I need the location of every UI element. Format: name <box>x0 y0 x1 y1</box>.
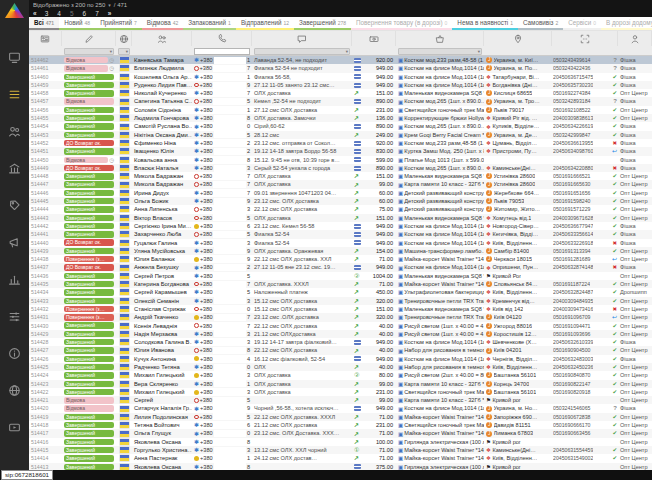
order-row[interactable]: 514430ЗавершенийКсенія Леваднія+380722.1… <box>29 322 652 330</box>
pagination-page-7[interactable]: 7 <box>95 10 99 17</box>
order-row[interactable]: 514439ЗавершенийУляна Мусійовська✱+3809О… <box>29 247 652 255</box>
order-status-cell: Завершений <box>62 429 116 437</box>
order-row[interactable]: 514458ЗавершенийНиколай Кучеренко✱+3807О… <box>29 89 652 97</box>
order-row[interactable]: 514419ЗавершенийЛилия Подолинская+380522… <box>29 413 652 421</box>
pagination-page-4[interactable]: 4 <box>57 10 61 17</box>
order-row[interactable]: 514452ДО Возврат ок.Єфименко Ніна✱+38022… <box>29 139 652 147</box>
filter-dropdown-comment[interactable]: ▾ <box>254 48 350 55</box>
order-row[interactable]: 514437ДО Возврат ок.Анжела Безушку✱+3802… <box>29 263 652 271</box>
tab-відправлений[interactable]: Відправлений12 <box>236 17 294 30</box>
order-row[interactable]: 514428ЗавершенийСолодкова Галина В…✱+380… <box>29 338 652 346</box>
column-header-payment[interactable] <box>352 31 396 46</box>
tab-самовивіз[interactable]: Самовивіз2 <box>518 17 563 30</box>
column-header-products[interactable] <box>396 31 484 46</box>
order-row[interactable]: 514421ВідмоваСергей+3805↗99.00▣Карта пам… <box>29 396 652 404</box>
order-row[interactable]: 514449ДО Возврат ок.Власюк Наталья✱+3803… <box>29 164 652 172</box>
order-row[interactable]: 514444ЗавершенийАнна Липенська+380322.12… <box>29 205 652 213</box>
order-row[interactable]: 514442ЗавершенийСергієнко Ірина Ми…+3806… <box>29 222 652 230</box>
tab-всі[interactable]: Всі471 <box>29 17 59 30</box>
sidebar-item-dashboard[interactable] <box>8 50 22 64</box>
order-row[interactable]: 514440ДО Возврат ок.Гуцалюк Галина✱+3803… <box>29 239 652 247</box>
order-row[interactable]: 514422ЗавершенийМихаил Гилецький+3803ОЛХ… <box>29 388 652 396</box>
tab-повернення-товару-в-дорозі-[interactable]: Повернення товару (в дорозі)0 <box>351 17 452 30</box>
column-header-manager[interactable] <box>618 31 652 46</box>
order-row[interactable]: 514455ЗавершенийЛюдмила Гончарова✱+3808О… <box>29 114 652 122</box>
page-size-dropdown[interactable]: ▾ <box>108 2 111 8</box>
order-row[interactable]: 514427ЗавершенийЮлия Иванова+380822.12 с… <box>29 346 652 354</box>
filter-dropdown-status[interactable]: ▾ <box>64 48 114 55</box>
order-row[interactable]: 514434ЗавершенийСергей Карамышев✱+3805На… <box>29 288 652 296</box>
sidebar-item-statistics[interactable] <box>8 272 22 286</box>
column-header-id[interactable] <box>29 31 62 46</box>
column-header-comment[interactable] <box>252 31 352 46</box>
order-row[interactable]: 514448ЗавершенийМикола Бадражан+3807ОЛХ … <box>29 172 652 180</box>
order-row[interactable]: 514450Відмова◷Ковальова анна✱+380815.12.… <box>29 156 652 164</box>
order-row[interactable]: 514460ЗавершенийКошелева Ольга Ар…✱+3801… <box>29 73 652 81</box>
order-row[interactable]: 514443ЗавершенийВіктор Власов+3805ОЛХ до… <box>29 214 652 222</box>
pagination-first[interactable]: « <box>33 10 36 17</box>
order-id: 514431 <box>29 313 62 321</box>
pagination-last[interactable]: » <box>108 10 111 17</box>
order-row[interactable]: 514457ВідмоваСапегина Татьяна С…+3805Кем… <box>29 97 652 105</box>
order-row[interactable]: 514454ЗавершенийСамотій Руслана Во…✱+380… <box>29 122 652 130</box>
order-row[interactable]: 514456ЗавершенийСоломія Сідоніна✱+380127… <box>29 106 652 114</box>
order-row[interactable]: 514441ЗавершенийЗахарченко Люба+3805Фиал… <box>29 230 652 238</box>
column-header-country[interactable] <box>116 31 132 46</box>
order-row[interactable]: 514445ЗавершенийОльга Божик✱+380923.12 с… <box>29 197 652 205</box>
order-row[interactable]: 514420ВідмоваСитарчук Наталія Гр…✱+3809Ч… <box>29 404 652 412</box>
column-header-tracking[interactable] <box>552 31 618 46</box>
order-row[interactable]: 514446ЗавершенийИрина Дидух✱+380709.01 з… <box>29 189 652 197</box>
order-row[interactable]: 514453ЗавершенийНікітіна Оксана Дми…✱+38… <box>29 131 652 139</box>
column-header-address[interactable] <box>484 31 552 46</box>
column-header-status[interactable] <box>62 31 116 46</box>
order-row[interactable]: 514436ЗавершенийСергей Петров✱+3805②1004… <box>29 272 652 280</box>
order-row[interactable]: 514429ЗавершенийНадія Мерзаєва✱+380321.1… <box>29 330 652 338</box>
column-header-phone[interactable] <box>192 31 252 46</box>
sidebar-item-video[interactable] <box>8 420 22 434</box>
order-row[interactable]: 514447ЗавершенийМикола Бадражан+3807ОЛХ … <box>29 180 652 188</box>
order-row[interactable]: 514426ЗавершенийКучук Антонина+380416.12… <box>29 355 652 363</box>
tab-новий[interactable]: Новий48 <box>59 17 95 30</box>
sidebar-item-orders[interactable] <box>8 87 22 101</box>
order-row[interactable]: 514423ЗавершенийВера Скляренко✱+3801ОЛХ … <box>29 380 652 388</box>
tracking-number: 0503243422436 <box>553 64 591 72</box>
order-row[interactable]: 514415ЗавершенийГоргулько Христина…✱+380… <box>29 446 652 454</box>
order-row[interactable]: 514459ЗавершенийРуденко Лидия Пав…+38092… <box>29 81 652 89</box>
filter-dropdown-products[interactable]: ▾ <box>398 48 482 55</box>
order-row[interactable]: 514431Повернення (з…Андрій Ткаченко+3807… <box>29 313 652 321</box>
tab-завершений[interactable]: Завершений278 <box>294 17 351 30</box>
order-row[interactable]: 514461Відмова◷Близнюк Людмила+3807Фиалка… <box>29 64 652 72</box>
sidebar-item-company[interactable] <box>8 161 22 175</box>
tab-в-дорозі-додому[interactable]: В дорозі додому0 <box>601 17 652 30</box>
sidebar-item-marketing[interactable] <box>8 235 22 249</box>
team-label: Опт Центр <box>618 255 652 263</box>
filter-input-phone[interactable] <box>194 48 250 55</box>
sidebar-item-clients[interactable] <box>8 124 22 138</box>
order-row[interactable]: 514414ЗавершенийАнна Пастернак+380124.12… <box>29 454 652 462</box>
column-header-client[interactable] <box>132 31 192 46</box>
sidebar-item-web[interactable] <box>8 383 22 397</box>
order-row[interactable]: 514451ЗавершенийІващенко Юлія✱+380219.12… <box>29 147 652 155</box>
sidebar-item-settings[interactable] <box>8 309 22 323</box>
order-row[interactable]: 514432Повернення (з…Станіслав Стрижак+38… <box>29 305 652 313</box>
order-row[interactable]: 514438Повернення (з…Юлия Баланюк+380922.… <box>29 255 652 263</box>
pagination-page-5[interactable]: 5 <box>70 10 74 17</box>
filter-dropdown-country[interactable]: ▾ <box>118 48 130 55</box>
sidebar-item-products[interactable] <box>8 198 22 212</box>
sidebar-item-info[interactable] <box>8 346 22 360</box>
order-row[interactable]: 514435ЗавершенийКатерина Богданова+3807О… <box>29 280 652 288</box>
pagination-page-3[interactable]: 3 <box>45 10 49 17</box>
order-row[interactable]: 514418ЗавершенийТетяна Войтович✱+380621.… <box>29 421 652 429</box>
pagination-page-6[interactable]: 6 <box>83 10 87 17</box>
tab-нема-в-наявності[interactable]: Нема в наявності1 <box>452 17 518 30</box>
order-row[interactable]: 514417ЗавершенийОльга Глущук✱+380023.12 … <box>29 429 652 437</box>
order-row[interactable]: 514424ЗавершенийМихаил Гилецький+3803ОЛХ… <box>29 371 652 379</box>
tab-відмова[interactable]: Відмова42 <box>142 17 183 30</box>
tab-сервіси[interactable]: Сервіси0 <box>563 17 601 30</box>
order-row[interactable]: 514462Відмова◷Каневська Тамара✱+3801Лава… <box>29 56 652 64</box>
tab-запакований[interactable]: Запакований1 <box>183 17 236 30</box>
order-row[interactable]: 514425ЗавершенийРадченко Тетяна✱+3800ОЛХ… <box>29 363 652 371</box>
order-row[interactable]: 514433ЗавершенийОлексій Семанін✱+380315.… <box>29 297 652 305</box>
order-row[interactable]: 514416ЗавершенийЯковлева Оксана✱+3808↗10… <box>29 438 652 446</box>
tab-прийнятий[interactable]: Прийнятий7 <box>95 17 142 30</box>
